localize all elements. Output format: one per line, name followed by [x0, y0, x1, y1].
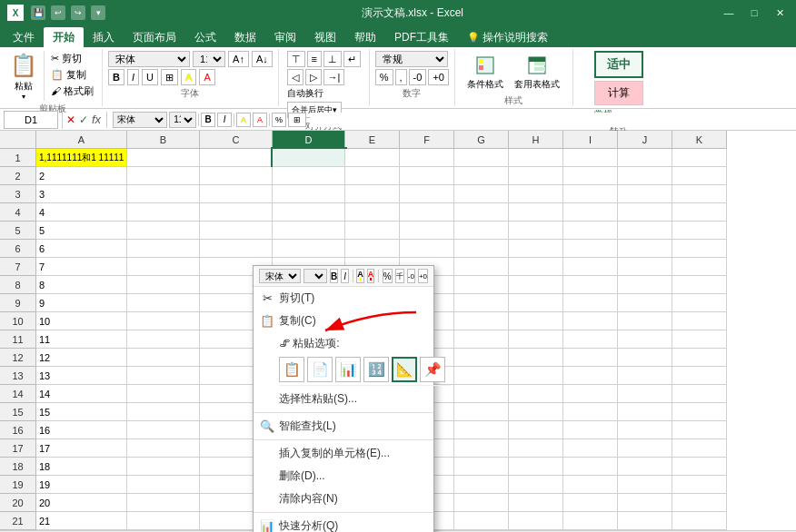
copy-button[interactable]: 📋 复制 [48, 67, 96, 83]
paste-icon-btn-1[interactable]: 📋 [279, 357, 304, 382]
cut-button[interactable]: ✂ 剪切 [48, 51, 96, 66]
mini-bold-button[interactable]: B [330, 269, 338, 283]
formula-bold-button[interactable]: B [201, 113, 215, 127]
paste-icon-btn-3[interactable]: 📊 [335, 357, 361, 382]
save-icon[interactable]: 💾 [31, 5, 45, 20]
paste-icon: 📋 [9, 51, 38, 80]
tab-file[interactable]: 文件 [4, 27, 44, 47]
formula-color-button[interactable]: A [253, 113, 267, 127]
mini-font-select[interactable]: 宋体 [259, 269, 301, 283]
formula-italic-button[interactable]: I [217, 113, 232, 127]
number-format-select[interactable]: 常规 [375, 51, 448, 67]
ctx-smart-lookup[interactable]: 🔍 智能查找(L) [254, 415, 433, 438]
decrease-font-button[interactable]: A↓ [252, 51, 273, 67]
mini-decrease-decimal-button[interactable]: -0 [407, 269, 415, 283]
name-box[interactable] [4, 111, 58, 129]
align-center-button[interactable]: ▷ [305, 69, 322, 85]
close-button[interactable]: ✕ [771, 5, 789, 20]
bold-button[interactable]: B [108, 69, 124, 85]
formula-input[interactable] [310, 113, 792, 127]
font-color-button[interactable]: A [199, 69, 214, 85]
mini-italic-button[interactable]: I [341, 269, 349, 283]
border-button[interactable]: ⊞ [161, 69, 178, 85]
tab-home[interactable]: 开始 [44, 27, 84, 47]
ctx-copy[interactable]: 📋 复制(C) [254, 310, 433, 332]
customize-icon[interactable]: ▾ [91, 5, 105, 20]
paste-icon-btn-2[interactable]: 📄 [307, 357, 333, 382]
tab-review[interactable]: 审阅 [265, 27, 305, 47]
paste-icon-btn-4[interactable]: 🔢 [363, 357, 389, 382]
cancel-formula-button[interactable]: ✕ [66, 113, 75, 126]
styles-group-label: 样式 [504, 94, 522, 107]
mini-size-select[interactable]: 11 [303, 269, 327, 283]
align-bottom-button[interactable]: ⊥ [323, 51, 342, 67]
ctx-cut[interactable]: ✂ 剪切(T) [254, 287, 433, 310]
formula-font-select[interactable]: 宋体 [113, 112, 167, 128]
italic-button[interactable]: I [127, 69, 139, 85]
font-size-select[interactable]: 11 [193, 51, 225, 67]
mini-increase-decimal-button[interactable]: +0 [418, 269, 428, 283]
ribbon-toolbar: 📋 粘贴 ▾ ✂ 剪切 📋 复制 🖌 格式刷 剪贴板 宋体 11 A↑ A↓ B… [0, 47, 796, 109]
formula-percent-button[interactable]: % [272, 113, 286, 127]
paste-icon-btn-6[interactable]: 📌 [420, 357, 445, 382]
ctx-quick-analysis[interactable]: 📊 快速分析(Q) [254, 515, 433, 532]
table-format-button[interactable]: 套用表格式 [511, 51, 563, 93]
ctx-clear[interactable]: 清除内容(N) [254, 488, 433, 510]
fill-color-button[interactable]: A [181, 69, 196, 85]
ctx-delete[interactable]: 删除(D)... [254, 465, 433, 488]
tab-help[interactable]: 帮助 [345, 27, 385, 47]
tab-insert[interactable]: 插入 [84, 27, 124, 47]
ctx-cut-label: 剪切(T) [279, 291, 314, 306]
ctx-insert-copied[interactable]: 插入复制的单元格(E)... [254, 442, 433, 465]
align-top-button[interactable]: ⊤ [287, 51, 305, 67]
paste-icon-btn-5[interactable]: 📐 [392, 357, 417, 382]
comma-button[interactable]: , [395, 69, 407, 85]
underline-button[interactable]: U [142, 69, 158, 85]
font-row2: B I U ⊞ A A [108, 69, 273, 85]
excel-logo: X [7, 5, 24, 21]
number-row2: % , -0 +0 [375, 69, 449, 85]
formula-divider [62, 111, 63, 129]
minimize-button[interactable]: — [720, 5, 738, 20]
mini-thousand-button[interactable]: 千 [395, 269, 404, 283]
format-painter-button[interactable]: 🖌 格式刷 [48, 84, 96, 99]
clipboard-group: 📋 粘贴 ▾ ✂ 剪切 📋 复制 🖌 格式刷 剪贴板 [4, 49, 103, 106]
conditional-format-button[interactable]: 条件格式 [463, 51, 507, 93]
tab-data[interactable]: 数据 [225, 27, 265, 47]
align-middle-button[interactable]: ≡ [307, 51, 322, 67]
decrease-decimal-button[interactable]: -0 [409, 69, 427, 85]
font-name-select[interactable]: 宋体 [108, 51, 190, 67]
mini-fill-color-button[interactable]: A [356, 269, 364, 283]
wrap-text-button[interactable]: ↵ [343, 51, 361, 67]
formula-fill-button[interactable]: A [236, 113, 251, 127]
insert-function-button[interactable]: fx [92, 113, 101, 126]
mini-percent-button[interactable]: % [383, 269, 393, 283]
confirm-formula-button[interactable]: ✓ [79, 113, 88, 126]
indent-button[interactable]: →| [323, 69, 345, 85]
ribbon-tabs: 文件 开始 插入 页面布局 公式 数据 审阅 视图 帮助 PDF工具集 💡操作说… [0, 25, 796, 47]
align-left-button[interactable]: ◁ [287, 69, 303, 85]
tab-search[interactable]: 💡操作说明搜索 [458, 27, 557, 47]
undo-icon[interactable]: ↩ [51, 5, 65, 20]
maximize-button[interactable]: □ [745, 5, 763, 20]
tab-formulas[interactable]: 公式 [185, 27, 225, 47]
mini-font-color-button[interactable]: A [367, 269, 375, 283]
increase-decimal-button[interactable]: +0 [428, 69, 449, 85]
redo-icon[interactable]: ↪ [71, 5, 85, 20]
style-normal[interactable]: 适中 [594, 51, 643, 78]
formula-mini-toolbar: 宋体 11 B I A A % ⊞ [113, 112, 306, 128]
tab-pdf[interactable]: PDF工具集 [385, 27, 458, 47]
cell-styles-group: 适中 计算 常规 样式 [573, 49, 664, 106]
tab-pagelayout[interactable]: 页面布局 [124, 27, 185, 47]
table-format-icon [524, 53, 550, 78]
formula-size-select[interactable]: 11 [169, 112, 196, 128]
clipboard-sub: ✂ 剪切 📋 复制 🖌 格式刷 [48, 51, 96, 99]
ctx-paste-special[interactable]: 选择性粘贴(S)... [254, 388, 433, 410]
style-calc[interactable]: 计算 [594, 81, 643, 105]
percent-button[interactable]: % [375, 69, 393, 85]
formula-grid-button[interactable]: ⊞ [288, 113, 306, 127]
number-controls: 常规 % , -0 +0 [375, 51, 449, 85]
tab-view[interactable]: 视图 [305, 27, 345, 47]
context-menu: 宋体 11 B I A A % 千 -0 +0 [253, 265, 434, 532]
increase-font-button[interactable]: A↑ [228, 51, 249, 67]
